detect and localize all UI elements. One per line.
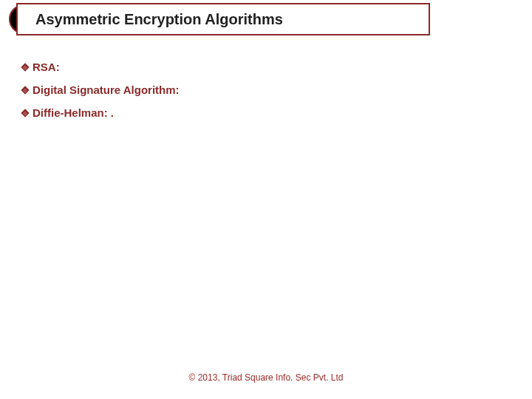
diamond-bullet-icon [21, 86, 29, 94]
list-item: Digital Signature Algorithm: [22, 83, 180, 96]
bullet-label: Diffie-Helman: . [33, 106, 114, 119]
footer-copyright: © 2013, Triad Square Info. Sec Pvt. Ltd [0, 372, 532, 383]
bullet-label: RSA: [33, 61, 60, 73]
diamond-bullet-icon [21, 109, 29, 117]
list-item: Diffie-Helman: . [22, 106, 180, 119]
slide-title: Asymmetric Encryption Algorithms [35, 11, 283, 28]
diamond-bullet-icon [21, 63, 29, 71]
bullet-list: RSA: Digital Signature Algorithm: Diffie… [22, 61, 180, 129]
title-container: Asymmetric Encryption Algorithms [16, 3, 430, 35]
bullet-label: Digital Signature Algorithm: [33, 83, 180, 96]
list-item: RSA: [22, 61, 180, 73]
